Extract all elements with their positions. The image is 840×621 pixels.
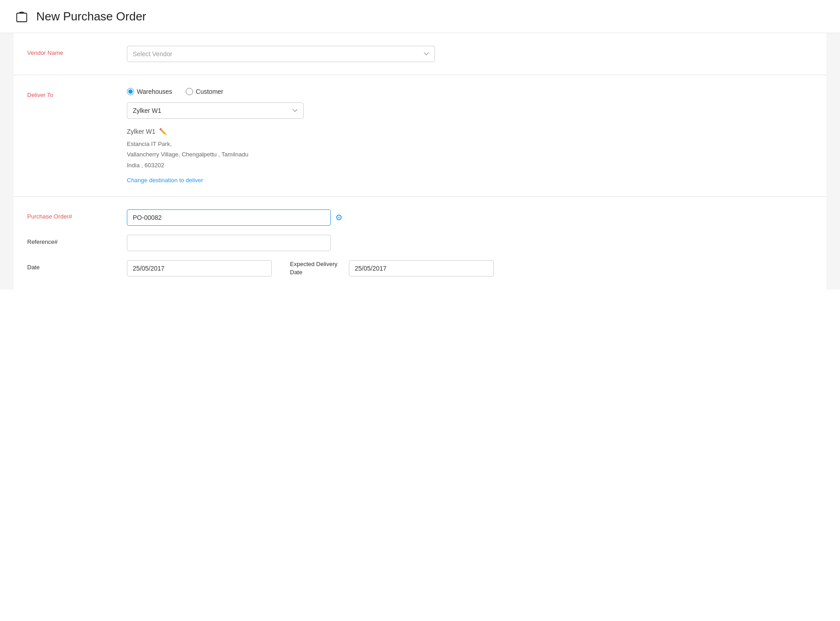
page-header: New Purchase Order xyxy=(0,0,840,33)
reference-control xyxy=(127,235,813,251)
shopping-bag-icon xyxy=(14,8,30,24)
vendor-row: Vendor Name Select Vendor xyxy=(27,46,813,62)
date-input[interactable] xyxy=(127,260,272,277)
reference-label: Reference# xyxy=(27,235,127,245)
radio-option-customer[interactable]: Customer xyxy=(186,88,223,95)
po-control: ⚙ xyxy=(127,209,813,226)
date-fields-row: Expected Delivery Date xyxy=(127,260,813,277)
date-row: Date Expected Delivery Date xyxy=(27,260,813,277)
radio-customer-label: Customer xyxy=(196,88,223,95)
page-title: New Purchase Order xyxy=(36,10,146,24)
po-number-input[interactable] xyxy=(127,209,331,226)
po-label: Purchase Order# xyxy=(27,209,127,220)
expected-delivery-group: Expected Delivery Date xyxy=(290,260,494,277)
address-name-row: Zylker W1 ✏️ xyxy=(127,128,813,135)
deliver-to-radio-group: Warehouses Customer xyxy=(127,88,813,95)
address-block: Zylker W1 ✏️ Estancia IT Park, Vallanche… xyxy=(127,128,813,184)
deliver-to-row: Deliver To Warehouses Customer Zylker W1 xyxy=(27,88,813,184)
expected-delivery-input[interactable] xyxy=(349,260,494,277)
radio-customer-input[interactable] xyxy=(186,88,193,95)
date-label: Date xyxy=(27,260,127,271)
warehouse-select[interactable]: Zylker W1 xyxy=(127,102,304,119)
date-control: Expected Delivery Date xyxy=(127,260,813,277)
change-destination-link[interactable]: Change destination to deliver xyxy=(127,177,203,184)
edit-icon[interactable]: ✏️ xyxy=(159,128,167,135)
address-line-1: Estancia IT Park, xyxy=(127,139,813,149)
address-line-3: India , 603202 xyxy=(127,160,813,170)
po-number-row: Purchase Order# ⚙ xyxy=(27,209,813,226)
radio-option-warehouses[interactable]: Warehouses xyxy=(127,88,172,95)
form-container: Vendor Name Select Vendor Deliver To War… xyxy=(0,33,840,290)
radio-warehouses-input[interactable] xyxy=(127,88,134,95)
vendor-select[interactable]: Select Vendor xyxy=(127,46,435,62)
reference-input[interactable] xyxy=(127,235,331,251)
gear-icon[interactable]: ⚙ xyxy=(335,213,343,223)
po-input-row: ⚙ xyxy=(127,209,813,226)
reference-row: Reference# xyxy=(27,235,813,251)
vendor-section: Vendor Name Select Vendor xyxy=(14,33,826,75)
address-name: Zylker W1 xyxy=(127,128,155,135)
expected-delivery-label: Expected Delivery Date xyxy=(290,260,349,277)
deliver-to-section: Deliver To Warehouses Customer Zylker W1 xyxy=(14,75,826,197)
deliver-to-label: Deliver To xyxy=(27,88,127,98)
purchase-order-section: Purchase Order# ⚙ Reference# Date xyxy=(14,197,826,289)
address-line-2: Vallancherry Village, Chengalpettu , Tam… xyxy=(127,149,813,160)
vendor-label: Vendor Name xyxy=(27,46,127,56)
radio-warehouses-label: Warehouses xyxy=(137,88,172,95)
deliver-to-control: Warehouses Customer Zylker W1 Zylker W1 … xyxy=(127,88,813,184)
svg-rect-0 xyxy=(17,13,27,22)
vendor-control: Select Vendor xyxy=(127,46,813,62)
